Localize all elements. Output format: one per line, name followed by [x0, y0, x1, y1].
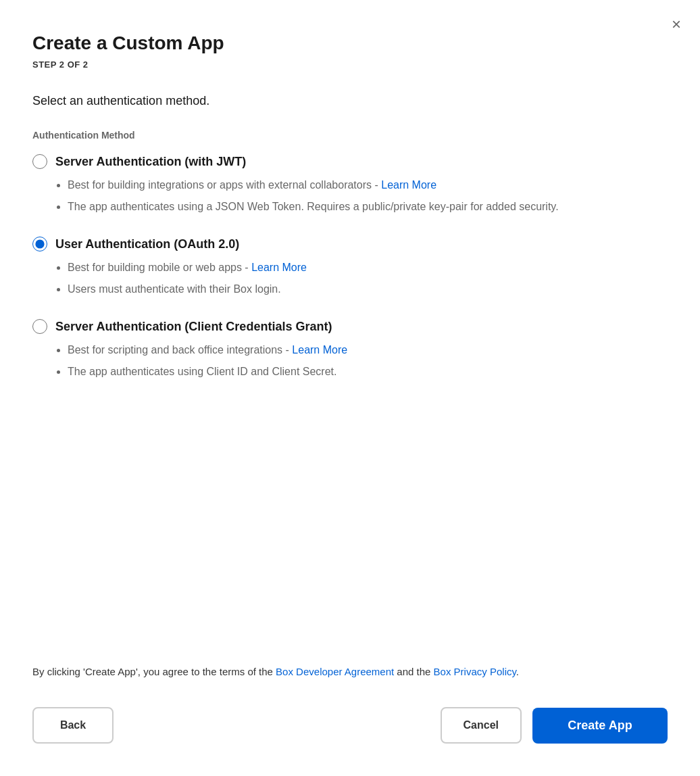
auth-option-oauth-bullets: Best for building mobile or web apps - L… — [32, 260, 668, 297]
auth-option-oauth-header: User Authentication (OAuth 2.0) — [32, 237, 668, 251]
footer-buttons: Back Cancel Create App — [32, 707, 668, 744]
auth-option-ccg-bullets: Best for scripting and back office integ… — [32, 342, 668, 380]
auth-option-oauth-title[interactable]: User Authentication (OAuth 2.0) — [55, 237, 239, 251]
agreement-text-middle: and the — [394, 666, 433, 677]
list-item: The app authenticates using a JSON Web T… — [68, 199, 668, 215]
agreement-text-before: By clicking 'Create App', you agree to t… — [32, 666, 276, 677]
auth-option-ccg-title[interactable]: Server Authentication (Client Credential… — [55, 320, 332, 334]
auth-radio-jwt[interactable] — [32, 154, 47, 169]
instruction-text: Select an authentication method. — [32, 94, 668, 108]
modal-container: × Create a Custom App STEP 2 OF 2 Select… — [0, 0, 700, 776]
agreement-text: By clicking 'Create App', you agree to t… — [32, 650, 668, 680]
auth-option-jwt-header: Server Authentication (with JWT) — [32, 154, 668, 169]
step-label: STEP 2 OF 2 — [32, 59, 668, 70]
section-label: Authentication Method — [32, 130, 668, 141]
auth-option-jwt-bullets: Best for building integrations or apps w… — [32, 177, 668, 215]
agreement-text-after: . — [516, 666, 519, 677]
auth-option-oauth: User Authentication (OAuth 2.0) Best for… — [32, 237, 668, 297]
oauth-learn-more-link[interactable]: Learn More — [251, 262, 307, 273]
bullet-text: The app authenticates using Client ID an… — [68, 366, 336, 377]
create-app-button[interactable]: Create App — [532, 708, 668, 744]
box-privacy-policy-link[interactable]: Box Privacy Policy — [434, 666, 516, 677]
list-item: The app authenticates using Client ID an… — [68, 364, 668, 380]
auth-radio-oauth[interactable] — [32, 237, 47, 251]
bullet-text: Users must authenticate with their Box l… — [68, 283, 281, 295]
list-item: Users must authenticate with their Box l… — [68, 281, 668, 297]
auth-radio-ccg[interactable] — [32, 319, 47, 334]
list-item: Best for building mobile or web apps - L… — [68, 260, 668, 276]
bullet-text: Best for scripting and back office integ… — [68, 344, 292, 356]
bullet-text: The app authenticates using a JSON Web T… — [68, 201, 559, 212]
bullet-text: Best for building integrations or apps w… — [68, 179, 381, 191]
list-item: Best for building integrations or apps w… — [68, 177, 668, 193]
modal-title: Create a Custom App — [32, 32, 668, 54]
back-button[interactable]: Back — [32, 707, 114, 744]
bullet-text: Best for building mobile or web apps - — [68, 262, 251, 273]
auth-option-jwt-title[interactable]: Server Authentication (with JWT) — [55, 155, 246, 169]
list-item: Best for scripting and back office integ… — [68, 342, 668, 358]
ccg-learn-more-link[interactable]: Learn More — [292, 344, 347, 356]
box-developer-agreement-link[interactable]: Box Developer Agreement — [276, 666, 394, 677]
cancel-button[interactable]: Cancel — [441, 707, 522, 744]
auth-option-jwt: Server Authentication (with JWT) Best fo… — [32, 154, 668, 215]
auth-option-ccg: Server Authentication (Client Credential… — [32, 319, 668, 380]
auth-option-ccg-header: Server Authentication (Client Credential… — [32, 319, 668, 334]
jwt-learn-more-link[interactable]: Learn More — [381, 179, 436, 191]
auth-options-container: Server Authentication (with JWT) Best fo… — [32, 154, 668, 650]
close-button[interactable]: × — [669, 14, 684, 35]
